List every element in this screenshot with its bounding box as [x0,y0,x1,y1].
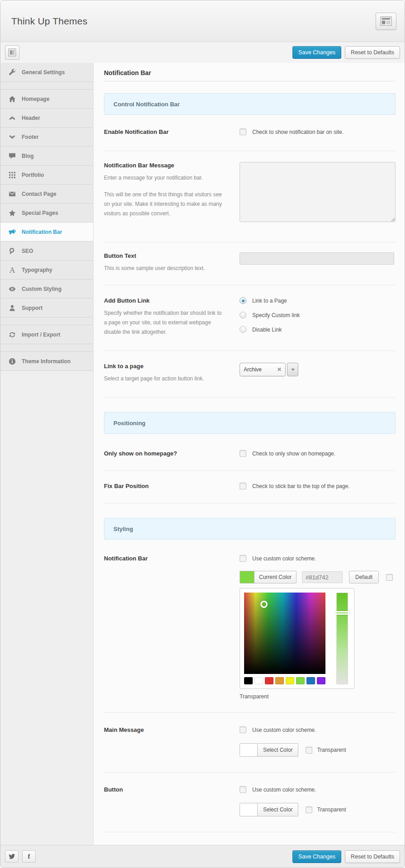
color-marker[interactable] [260,601,268,608]
palette-swatch[interactable] [306,677,315,684]
chevron-up-icon [9,114,16,122]
reset-defaults-button-bottom[interactable]: Reset to Defaults [345,850,400,863]
sidebar-item-label: Blog [22,153,34,159]
palette-swatch[interactable] [286,677,294,684]
sidebar-item-contact-page[interactable]: Contact Page [0,185,93,204]
saturation-square[interactable] [244,593,325,674]
field-label: Button Text [104,252,226,259]
reset-defaults-button[interactable]: Reset to Defaults [345,46,400,59]
field-label: Link to a page [104,363,226,370]
custom-scheme-checkbox[interactable] [240,786,246,793]
select-color-button[interactable]: Select Color [257,803,298,816]
sidebar-item-typography[interactable]: ATypography [0,261,93,280]
default-color-button[interactable]: Default [349,571,379,583]
current-color-swatch[interactable] [240,571,254,583]
sidebar-item-label: Theme Information [22,358,71,365]
twitter-button[interactable] [5,850,19,863]
field-label: Fix Bar Position [104,483,226,489]
field-description: This is some sample user description tex… [104,264,226,273]
sidebar-item-label: Contact Page [22,191,57,197]
save-changes-button[interactable]: Save Changes [292,46,341,59]
sidebar-item-homepage[interactable]: Homepage [0,90,93,109]
transparent-label: Transparent [317,747,346,753]
app-title: Think Up Themes [11,16,87,27]
color-option-checkbox[interactable] [386,574,393,581]
sidebar-item-import-export[interactable]: Import / Export [0,325,93,344]
palette-swatch[interactable] [254,677,263,684]
transparent-checkbox[interactable] [306,806,312,813]
sidebar-item-notification-bar[interactable]: Notification Bar [0,223,93,242]
sidebar-item-blog[interactable]: Blog [0,147,93,166]
message-textarea[interactable] [240,162,396,222]
sidebar-item-label: Homepage [22,96,49,102]
row-button-text: Button Text This is some sample user des… [104,242,396,285]
current-color-button[interactable]: Current Color [254,571,297,583]
sidebar-item-general-settings[interactable]: General Settings [0,63,93,82]
row-enable-notification-bar: Enable Notification Bar Check to show no… [104,115,396,151]
sidebar-item-header[interactable]: Header [0,109,93,128]
fix-bar-checkbox[interactable] [240,483,246,489]
color-swatch[interactable] [240,743,258,757]
sidebar-item-portfolio[interactable]: Portfolio [0,166,93,185]
custom-scheme-checkbox[interactable] [240,555,246,562]
checkbox-help-text: Use custom color scheme. [252,787,316,793]
section-header-styling: Styling [104,518,396,540]
panel-layout-icon[interactable] [5,45,19,60]
field-label: Button [104,786,226,793]
header: Think Up Themes [0,0,405,42]
footer-buttons: Save Changes Reset to Defaults [292,850,400,863]
radio-button[interactable] [240,326,246,333]
palette-swatch[interactable] [317,677,325,684]
color-swatch[interactable] [240,803,258,816]
sidebar-nav: General SettingsHomepageHeaderFooterBlog… [0,63,93,845]
facebook-button[interactable]: f [22,850,36,863]
sidebar-item-support[interactable]: Support [0,299,93,318]
eye-icon [9,285,16,293]
sidebar-item-theme-information[interactable]: Theme Information [0,352,93,371]
palette-swatch[interactable] [265,677,273,684]
sidebar-item-label: Typography [22,267,52,273]
facebook-icon: f [28,853,30,860]
only-homepage-checkbox[interactable] [240,450,246,457]
sidebar-item-label: Portfolio [22,172,44,178]
sidebar-item-label: Support [22,305,42,311]
palette-swatch[interactable] [244,677,253,684]
radio-button[interactable] [240,297,246,304]
slider-handle[interactable] [335,611,349,615]
sidebar-item-label: Import / Export [22,332,60,338]
top-toolbar: Save Changes Reset to Defaults [0,42,405,63]
sidebar-item-label: General Settings [22,69,65,76]
layout-toggle-icon[interactable] [376,13,396,30]
enable-bar-checkbox[interactable] [240,128,246,135]
field-description: This will be one of the first things tha… [104,190,226,218]
page-select-value[interactable]: Archive ✕ [240,363,286,376]
info-icon [9,358,16,365]
palette-swatch[interactable] [296,677,305,684]
save-changes-button-bottom[interactable]: Save Changes [292,850,341,863]
clear-selection-icon[interactable]: ✕ [277,366,282,373]
field-label: Notification Bar [104,555,226,562]
custom-scheme-checkbox[interactable] [240,726,246,733]
columns-icon [8,48,16,57]
palette-swatch[interactable] [275,677,284,684]
color-select-combo: Select Color [240,743,298,757]
shade-slider[interactable] [336,593,348,684]
user-icon [9,304,16,312]
sidebar-item-footer[interactable]: Footer [0,128,93,147]
transparent-checkbox[interactable] [306,747,312,754]
color-select-combo: Select Color [240,803,298,816]
row-notification-bar-message: Notification Bar Message Enter a message… [104,151,396,242]
sidebar-item-custom-styling[interactable]: Custom Styling [0,280,93,299]
select-color-button[interactable]: Select Color [257,743,298,757]
row-link-to-page: Link to a page Select a target page for … [104,351,396,398]
section-header-positioning: Positioning [104,412,396,434]
envelope-icon [9,190,16,198]
sidebar-item-seo[interactable]: SEO [0,242,93,261]
color-hex-input[interactable] [302,571,343,583]
field-description: Select a target page for action button l… [104,374,226,384]
sidebar-item-special-pages[interactable]: Special Pages [0,204,93,223]
dropdown-toggle[interactable] [287,363,298,376]
sidebar-item-label: Custom Styling [22,286,61,292]
radio-button[interactable] [240,312,246,318]
button-text-input[interactable] [240,252,394,265]
